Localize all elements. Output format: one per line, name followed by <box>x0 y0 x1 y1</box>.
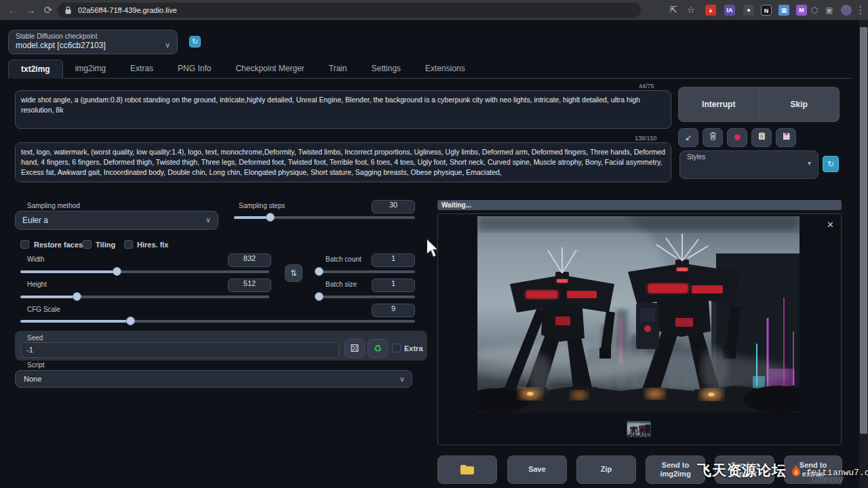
back-icon[interactable]: ← <box>5 3 20 18</box>
watermark-site-text: feitianwu7.com <box>806 468 868 478</box>
tab-extras[interactable]: Extras <box>118 60 165 77</box>
restore-faces-checkbox[interactable] <box>20 240 29 249</box>
batch-size-label: Batch size <box>326 281 357 288</box>
seed-input[interactable]: -1 <box>20 342 339 358</box>
url-text: 02a56ff4-71ff-439e.gradio.live <box>78 6 177 14</box>
random-seed-button[interactable]: ⚄ <box>344 339 365 358</box>
checkpoint-refresh-button[interactable]: ↻ <box>189 36 201 47</box>
floppy-icon <box>783 132 790 140</box>
tiling-checkbox[interactable] <box>83 240 92 249</box>
cfg-scale-slider[interactable] <box>20 320 415 323</box>
share-icon[interactable]: ⇱ <box>667 3 679 18</box>
cfg-scale-input[interactable]: 9 <box>372 304 415 317</box>
seed-extra-label: Extra <box>404 344 423 352</box>
seed-label: Seed <box>27 334 43 342</box>
slider-thumb[interactable] <box>315 292 323 301</box>
tab-settings[interactable]: Settings <box>359 60 413 77</box>
extension-icon-1[interactable]: ▲ <box>705 5 716 16</box>
progress-bar: Waiting... <box>437 200 842 210</box>
page-scrollbar[interactable] <box>859 20 868 488</box>
folder-icon <box>460 465 474 474</box>
extension-icon-5[interactable]: ▦ <box>778 5 789 16</box>
close-icon[interactable]: ✕ <box>827 220 834 230</box>
batch-count-slider[interactable] <box>319 270 415 273</box>
tab-extensions[interactable]: Extensions <box>413 60 477 77</box>
height-label: Height <box>27 281 47 288</box>
generated-image[interactable] <box>477 216 800 413</box>
paste-params-button[interactable]: ↙ <box>678 128 698 147</box>
hires-fix-label: Hires. fix <box>137 241 168 249</box>
checkpoint-dropdown[interactable]: Stable Diffusion checkpoint model.ckpt [… <box>8 30 178 54</box>
width-slider[interactable] <box>20 270 269 273</box>
extra-networks-button[interactable] <box>727 128 747 147</box>
seed-extra-checkbox[interactable] <box>392 344 401 352</box>
extension-icon-3[interactable]: ● <box>743 5 754 16</box>
interrupt-button[interactable]: Interrupt <box>678 87 760 122</box>
skip-button[interactable]: Skip <box>760 87 840 122</box>
slider-thumb[interactable] <box>315 267 323 276</box>
clear-prompt-button[interactable] <box>703 128 723 147</box>
extensions-puzzle-icon[interactable]: ⬡ <box>807 3 822 18</box>
zip-button[interactable]: Zip <box>576 455 636 484</box>
slider-thumb[interactable] <box>113 267 121 276</box>
profile-avatar[interactable] <box>841 5 852 16</box>
tab-png-info[interactable]: PNG Info <box>165 60 223 77</box>
height-input[interactable]: 512 <box>228 279 271 292</box>
batch-size-slider[interactable] <box>319 296 415 298</box>
forward-icon[interactable]: → <box>23 3 38 18</box>
send-to-img2img-button[interactable]: Send to img2img <box>646 455 705 484</box>
chevron-down-icon: ▾ <box>808 159 811 167</box>
generation-controls: Interrupt Skip <box>678 87 840 122</box>
watermark-cn-text: 飞天资源论坛 <box>697 462 787 478</box>
bookmark-star-icon[interactable]: ☆ <box>685 3 697 18</box>
negative-token-counter: 138/150 <box>635 135 657 142</box>
width-input[interactable]: 832 <box>228 253 271 267</box>
height-slider[interactable] <box>20 296 269 298</box>
script-value: None <box>24 375 41 383</box>
hires-fix-checkbox[interactable] <box>124 240 133 249</box>
output-gallery: ✕ <box>437 214 842 445</box>
open-folder-button[interactable] <box>437 455 497 484</box>
watermark: 飞天资源论坛 feitianwu7.com <box>697 461 868 480</box>
sampling-steps-label: Sampling steps <box>239 202 285 209</box>
extension-icon-4[interactable]: N <box>761 5 772 16</box>
script-label: Script <box>27 361 45 369</box>
prompt-input[interactable]: wide shot angle, a (gundam:0.8) robot st… <box>15 90 671 129</box>
width-label: Width <box>27 256 45 263</box>
sampling-steps-slider[interactable] <box>234 216 415 219</box>
batch-count-input[interactable]: 1 <box>372 253 415 267</box>
browser-toolbar: ← → ⟳ 02a56ff4-71ff-439e.gradio.live ⇱ ☆… <box>0 0 868 20</box>
tab-checkpoint-merger[interactable]: Checkpoint Merger <box>223 60 316 77</box>
tab-txt2img[interactable]: txt2img <box>8 60 63 79</box>
slider-thumb[interactable] <box>73 292 81 301</box>
reload-icon[interactable]: ⟳ <box>41 3 56 18</box>
styles-dropdown[interactable]: Styles ▾ <box>679 150 818 179</box>
sampling-method-select[interactable]: Euler a ∨ <box>15 211 218 230</box>
extension-icon-6[interactable]: M <box>796 5 807 16</box>
slider-thumb[interactable] <box>266 213 275 222</box>
styles-refresh-button[interactable]: ↻ <box>823 156 839 172</box>
tab-img2img[interactable]: img2img <box>63 60 118 77</box>
batch-size-input[interactable]: 1 <box>372 279 415 292</box>
save-style-button[interactable] <box>776 128 796 147</box>
negative-prompt-input[interactable]: text, logo, watermark, (worst quality, l… <box>15 142 671 182</box>
browser-menu-icon[interactable]: ⋮ <box>853 3 868 18</box>
clipboard-icon <box>758 131 766 140</box>
sidebar-icon[interactable]: ▣ <box>822 3 837 18</box>
reuse-seed-button[interactable]: ♻ <box>368 339 388 358</box>
apply-styles-button[interactable] <box>751 128 772 147</box>
address-bar[interactable]: 02a56ff4-71ff-439e.gradio.live <box>58 3 641 18</box>
save-button[interactable]: Save <box>507 455 567 484</box>
gallery-thumbnail[interactable] <box>627 421 651 437</box>
sampling-steps-input[interactable]: 30 <box>372 200 415 214</box>
extension-icon-2[interactable]: IA <box>724 5 735 16</box>
batch-count-label: Batch count <box>326 256 361 263</box>
scrollbar-thumb[interactable] <box>860 27 867 434</box>
tab-train[interactable]: Train <box>317 60 359 77</box>
script-select[interactable]: None ∨ <box>15 370 412 388</box>
mouse-cursor <box>426 239 441 259</box>
prompt-token-counter: 44/75 <box>639 83 654 89</box>
main-tabs: txt2img img2img Extras PNG Info Checkpoi… <box>8 60 852 79</box>
slider-thumb[interactable] <box>126 317 135 325</box>
swap-dimensions-button[interactable]: ⇅ <box>285 264 302 282</box>
